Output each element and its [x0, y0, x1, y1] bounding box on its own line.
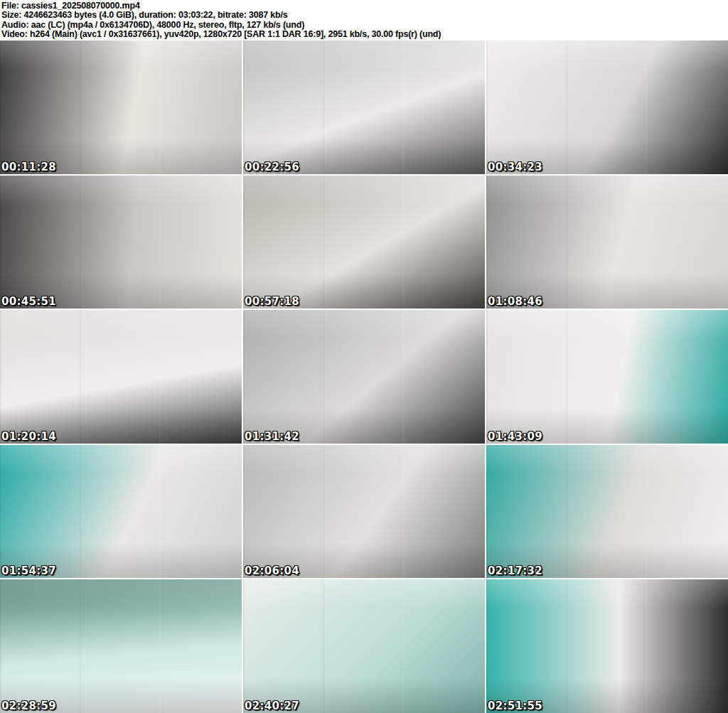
thumbnail: 00:34:23 — [486, 41, 728, 174]
thumbnail-grid: 00:11:28 00:22:56 00:34:23 00:45:51 00:5… — [0, 41, 728, 713]
thumbnail: 00:22:56 — [243, 41, 485, 174]
thumbnail: 01:54:37 — [0, 445, 242, 579]
thumbnail: 02:06:04 — [243, 445, 485, 579]
thumbnail: 01:43:09 — [486, 310, 728, 444]
media-info-header: File: cassies1_202508070000.mp4 Size: 42… — [0, 0, 728, 41]
thumbnail: 01:20:14 — [0, 310, 242, 444]
audio-line: Audio: aac (LC) (mp4a / 0x6134706D), 480… — [1, 21, 728, 30]
thumbnail: 02:17:32 — [486, 445, 728, 579]
thumbnail: 00:45:51 — [0, 176, 242, 309]
timestamp-label: 01:54:37 — [1, 564, 56, 577]
size-line: Size: 4246623463 bytes (4.0 GiB), durati… — [1, 11, 728, 20]
thumbnail: 01:31:42 — [243, 310, 485, 444]
video-line: Video: h264 (Main) (avc1 / 0x31637661), … — [1, 30, 728, 39]
timestamp-label: 00:57:18 — [245, 295, 299, 308]
thumbnail: 00:11:28 — [0, 41, 242, 174]
thumbnail: 02:28:59 — [0, 579, 242, 713]
timestamp-label: 01:20:14 — [1, 430, 56, 443]
timestamp-label: 00:11:28 — [1, 161, 56, 173]
timestamp-label: 02:28:59 — [1, 699, 56, 712]
thumbnail: 01:08:46 — [486, 176, 728, 309]
contact-sheet: File: cassies1_202508070000.mp4 Size: 42… — [0, 0, 728, 713]
timestamp-label: 00:22:56 — [245, 161, 299, 173]
timestamp-label: 01:31:42 — [245, 430, 299, 443]
timestamp-label: 01:43:09 — [488, 430, 542, 443]
timestamp-label: 02:51:55 — [488, 699, 542, 712]
thumbnail: 02:40:27 — [243, 579, 485, 713]
thumbnail: 00:57:18 — [243, 176, 485, 309]
timestamp-label: 00:45:51 — [1, 295, 56, 308]
file-line: File: cassies1_202508070000.mp4 — [1, 1, 728, 11]
timestamp-label: 01:08:46 — [488, 295, 542, 308]
timestamp-label: 00:34:23 — [488, 161, 542, 173]
timestamp-label: 02:06:04 — [245, 564, 299, 577]
timestamp-label: 02:40:27 — [245, 699, 299, 712]
thumbnail: 02:51:55 — [486, 579, 728, 713]
timestamp-label: 02:17:32 — [488, 564, 542, 577]
